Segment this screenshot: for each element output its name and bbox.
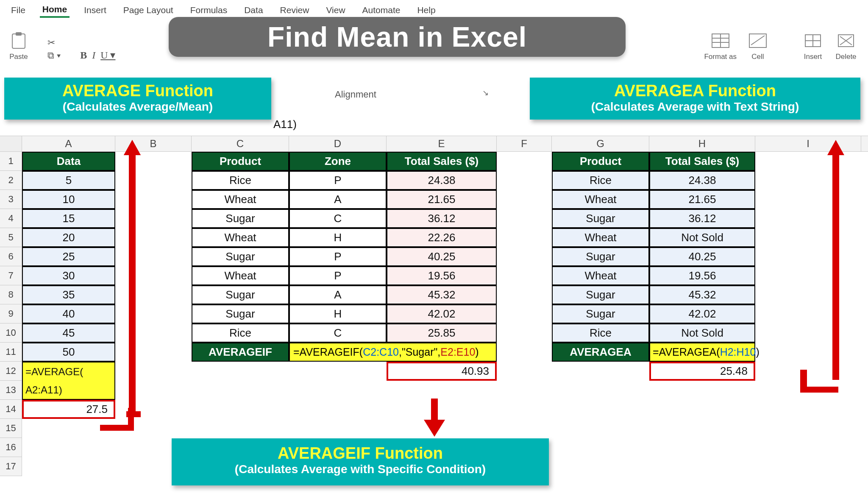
- table-a-value-8[interactable]: 35: [22, 285, 115, 304]
- row-header-2[interactable]: 2: [0, 171, 22, 190]
- delete-cells-block[interactable]: Delete: [834, 29, 858, 61]
- col-header-g[interactable]: G: [552, 136, 649, 151]
- table-gh-sales-8[interactable]: 45.32: [649, 285, 755, 304]
- row-header-15[interactable]: 15: [0, 419, 22, 438]
- averageif-label[interactable]: AVERAGEIF: [192, 343, 289, 362]
- table-a-value-10[interactable]: 45: [22, 323, 115, 343]
- col-header-a[interactable]: A: [22, 136, 115, 151]
- table-cde-sales-6[interactable]: 40.25: [387, 247, 497, 266]
- row-header-14[interactable]: 14: [0, 400, 22, 419]
- cell-styles-block[interactable]: Cell: [746, 29, 770, 61]
- averageif-result[interactable]: 40.93: [387, 362, 497, 381]
- table-gh-header-product[interactable]: Product: [552, 152, 649, 171]
- table-a-value-4[interactable]: 15: [22, 209, 115, 228]
- menu-data[interactable]: Data: [242, 3, 265, 17]
- table-cde-sales-9[interactable]: 42.02: [387, 304, 497, 323]
- averagea-formula[interactable]: =AVERAGEA(H2:H10): [649, 343, 755, 362]
- italic-button[interactable]: I: [92, 50, 95, 61]
- table-cde-zone-8[interactable]: A: [289, 285, 387, 304]
- menu-insert[interactable]: Insert: [81, 3, 109, 17]
- table-cde-product-2[interactable]: Rice: [192, 171, 289, 190]
- table-cde-zone-10[interactable]: C: [289, 323, 387, 343]
- table-gh-sales-7[interactable]: 19.56: [649, 266, 755, 285]
- row-header-4[interactable]: 4: [0, 209, 22, 228]
- col-header-c[interactable]: C: [192, 136, 289, 151]
- table-cde-zone-9[interactable]: H: [289, 304, 387, 323]
- table-cde-header-sales[interactable]: Total Sales ($): [387, 152, 497, 171]
- table-cde-product-10[interactable]: Rice: [192, 323, 289, 343]
- table-gh-product-6[interactable]: Sugar: [552, 247, 649, 266]
- table-cde-product-9[interactable]: Sugar: [192, 304, 289, 323]
- row-header-17[interactable]: 17: [0, 457, 22, 476]
- menu-automate[interactable]: Automate: [360, 3, 403, 17]
- table-gh-sales-6[interactable]: 40.25: [649, 247, 755, 266]
- table-gh-sales-4[interactable]: 36.12: [649, 209, 755, 228]
- row-header-7[interactable]: 7: [0, 266, 22, 285]
- menu-formulas[interactable]: Formulas: [188, 3, 230, 17]
- table-gh-product-2[interactable]: Rice: [552, 171, 649, 190]
- menu-view[interactable]: View: [323, 3, 348, 17]
- copy-icon[interactable]: ⧉ ▾: [47, 50, 61, 61]
- insert-cells-block[interactable]: Insert: [801, 29, 825, 61]
- table-cde-zone-7[interactable]: P: [289, 266, 387, 285]
- row-header-13[interactable]: 13: [0, 381, 22, 400]
- table-gh-product-3[interactable]: Wheat: [552, 190, 649, 209]
- table-a-value-11[interactable]: 50: [22, 343, 115, 362]
- table-cde-zone-3[interactable]: A: [289, 190, 387, 209]
- table-a-header[interactable]: Data: [22, 152, 115, 171]
- table-cde-zone-2[interactable]: P: [289, 171, 387, 190]
- table-cde-header-zone[interactable]: Zone: [289, 152, 387, 171]
- table-gh-sales-10[interactable]: Not Sold: [649, 323, 755, 343]
- col-header-i[interactable]: I: [755, 136, 861, 151]
- table-a-value-5[interactable]: 20: [22, 228, 115, 247]
- menu-review[interactable]: Review: [278, 3, 312, 17]
- table-gh-sales-3[interactable]: 21.65: [649, 190, 755, 209]
- table-gh-product-10[interactable]: Rice: [552, 323, 649, 343]
- row-header-9[interactable]: 9: [0, 304, 22, 323]
- row-header-16[interactable]: 16: [0, 438, 22, 457]
- table-cde-header-product[interactable]: Product: [192, 152, 289, 171]
- table-cde-sales-8[interactable]: 45.32: [387, 285, 497, 304]
- table-a-value-3[interactable]: 10: [22, 190, 115, 209]
- format-as-block[interactable]: Format as: [704, 29, 737, 61]
- row-header-5[interactable]: 5: [0, 228, 22, 247]
- table-cde-product-4[interactable]: Sugar: [192, 209, 289, 228]
- table-cde-product-7[interactable]: Wheat: [192, 266, 289, 285]
- bold-button[interactable]: B: [80, 50, 87, 61]
- averageif-formula[interactable]: =AVERAGEIF(C2:C10,"Sugar",E2:E10): [289, 343, 497, 362]
- average-formula-line2[interactable]: A2:A11): [22, 381, 115, 400]
- col-header-e[interactable]: E: [387, 136, 497, 151]
- row-header-1[interactable]: 1: [0, 152, 22, 171]
- row-header-11[interactable]: 11: [0, 343, 22, 362]
- averagea-label[interactable]: AVERAGEA: [552, 343, 649, 362]
- col-header-h[interactable]: H: [649, 136, 755, 151]
- menu-file[interactable]: File: [8, 3, 28, 17]
- table-cde-zone-5[interactable]: H: [289, 228, 387, 247]
- table-cde-sales-3[interactable]: 21.65: [387, 190, 497, 209]
- row-header-10[interactable]: 10: [0, 323, 22, 343]
- table-a-value-7[interactable]: 30: [22, 266, 115, 285]
- row-header-6[interactable]: 6: [0, 247, 22, 266]
- menu-help[interactable]: Help: [415, 3, 438, 17]
- menu-page-layout[interactable]: Page Layout: [121, 3, 176, 17]
- table-gh-product-9[interactable]: Sugar: [552, 304, 649, 323]
- row-header-3[interactable]: 3: [0, 190, 22, 209]
- menu-home[interactable]: Home: [40, 3, 70, 18]
- table-gh-product-8[interactable]: Sugar: [552, 285, 649, 304]
- table-cde-product-6[interactable]: Sugar: [192, 247, 289, 266]
- table-gh-sales-9[interactable]: 42.02: [649, 304, 755, 323]
- underline-button[interactable]: U ▾: [100, 49, 115, 61]
- table-gh-product-7[interactable]: Wheat: [552, 266, 649, 285]
- cut-icon[interactable]: ✂: [47, 37, 55, 48]
- table-gh-header-sales[interactable]: Total Sales ($): [649, 152, 755, 171]
- row-header-12[interactable]: 12: [0, 362, 22, 381]
- table-cde-zone-6[interactable]: P: [289, 247, 387, 266]
- table-a-value-6[interactable]: 25: [22, 247, 115, 266]
- table-a-value-2[interactable]: 5: [22, 171, 115, 190]
- table-cde-product-5[interactable]: Wheat: [192, 228, 289, 247]
- col-header-d[interactable]: D: [289, 136, 387, 151]
- table-cde-product-3[interactable]: Wheat: [192, 190, 289, 209]
- row-header-8[interactable]: 8: [0, 285, 22, 304]
- alignment-dialog-launcher-icon[interactable]: ↘: [482, 88, 489, 98]
- paste-block[interactable]: Paste: [7, 29, 31, 61]
